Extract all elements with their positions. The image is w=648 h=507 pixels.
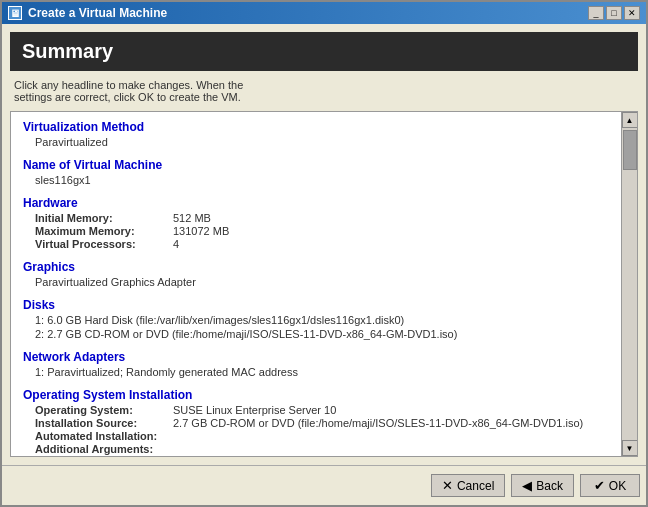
description: Click any headline to make changes. When… — [10, 79, 638, 103]
heading-name-of-virtual-machine[interactable]: Name of Virtual Machine — [23, 158, 609, 172]
value-disk-1: 1: 6.0 GB Hard Disk (file:/var/lib/xen/i… — [35, 314, 609, 326]
value-virtualization-method: Paravirtualized — [35, 136, 609, 148]
heading-hardware[interactable]: Hardware — [23, 196, 609, 210]
hardware-label-initial-memory: Initial Memory: — [35, 212, 165, 224]
scroll-track — [622, 128, 637, 440]
cancel-label: Cancel — [457, 479, 494, 493]
os-value-installation-source: 2.7 GB CD-ROM or DVD (file:/home/maji/IS… — [173, 417, 583, 429]
heading-virtualization-method[interactable]: Virtualization Method — [23, 120, 609, 134]
value-name-of-virtual-machine: sles116gx1 — [35, 174, 609, 186]
os-label-operating-system: Operating System: — [35, 404, 165, 416]
os-label-additional-arguments: Additional Arguments: — [35, 443, 165, 455]
os-row-installation-source: Installation Source: 2.7 GB CD-ROM or DV… — [35, 417, 609, 429]
heading-disks[interactable]: Disks — [23, 298, 609, 312]
hardware-value-maximum-memory: 131072 MB — [173, 225, 229, 237]
value-disk-2: 2: 2.7 GB CD-ROM or DVD (file:/home/maji… — [35, 328, 609, 340]
heading-graphics[interactable]: Graphics — [23, 260, 609, 274]
main-window: 🖥 Create a Virtual Machine _ □ ✕ Summary… — [0, 0, 648, 507]
os-row-additional-arguments: Additional Arguments: — [35, 443, 609, 455]
close-button[interactable]: ✕ — [624, 6, 640, 20]
description-line1: Click any headline to make changes. When… — [14, 79, 243, 91]
hardware-row-virtual-processors: Virtual Processors: 4 — [35, 238, 609, 250]
summary-panel: Virtualization Method Paravirtualized Na… — [10, 111, 638, 457]
os-row-operating-system: Operating System: SUSE Linux Enterprise … — [35, 404, 609, 416]
back-label: Back — [536, 479, 563, 493]
hardware-value-virtual-processors: 4 — [173, 238, 179, 250]
ok-button[interactable]: ✔ OK — [580, 474, 640, 497]
ok-label: OK — [609, 479, 626, 493]
hardware-row-maximum-memory: Maximum Memory: 131072 MB — [35, 225, 609, 237]
maximize-button[interactable]: □ — [606, 6, 622, 20]
back-button[interactable]: ◀ Back — [511, 474, 574, 497]
os-value-operating-system: SUSE Linux Enterprise Server 10 — [173, 404, 336, 416]
hardware-label-maximum-memory: Maximum Memory: — [35, 225, 165, 237]
hardware-value-initial-memory: 512 MB — [173, 212, 211, 224]
ok-icon: ✔ — [594, 478, 605, 493]
cancel-icon: ✕ — [442, 478, 453, 493]
back-icon: ◀ — [522, 478, 532, 493]
scroll-up-button[interactable]: ▲ — [622, 112, 638, 128]
os-label-installation-source: Installation Source: — [35, 417, 165, 429]
hardware-row-initial-memory: Initial Memory: 512 MB — [35, 212, 609, 224]
hardware-label-virtual-processors: Virtual Processors: — [35, 238, 165, 250]
value-graphics: Paravirtualized Graphics Adapter — [35, 276, 609, 288]
summary-content[interactable]: Virtualization Method Paravirtualized Na… — [11, 112, 621, 456]
scroll-thumb[interactable] — [623, 130, 637, 170]
heading-network-adapters[interactable]: Network Adapters — [23, 350, 609, 364]
titlebar-buttons: _ □ ✕ — [588, 6, 640, 20]
footer: ✕ Cancel ◀ Back ✔ OK — [2, 465, 646, 505]
scrollbar[interactable]: ▲ ▼ — [621, 112, 637, 456]
heading-operating-system-installation[interactable]: Operating System Installation — [23, 388, 609, 402]
minimize-button[interactable]: _ — [588, 6, 604, 20]
page-title: Summary — [10, 32, 638, 71]
window-title: Create a Virtual Machine — [28, 6, 167, 20]
window-content: Summary Click any headline to make chang… — [2, 24, 646, 465]
titlebar-left: 🖥 Create a Virtual Machine — [8, 6, 167, 20]
description-line2: settings are correct, click OK to create… — [14, 91, 241, 103]
window-icon: 🖥 — [8, 6, 22, 20]
scroll-down-button[interactable]: ▼ — [622, 440, 638, 456]
os-label-automated-installation: Automated Installation: — [35, 430, 165, 442]
titlebar: 🖥 Create a Virtual Machine _ □ ✕ — [2, 2, 646, 24]
cancel-button[interactable]: ✕ Cancel — [431, 474, 505, 497]
os-row-automated-installation: Automated Installation: — [35, 430, 609, 442]
value-network-adapters: 1: Paravirtualized; Randomly generated M… — [35, 366, 609, 378]
